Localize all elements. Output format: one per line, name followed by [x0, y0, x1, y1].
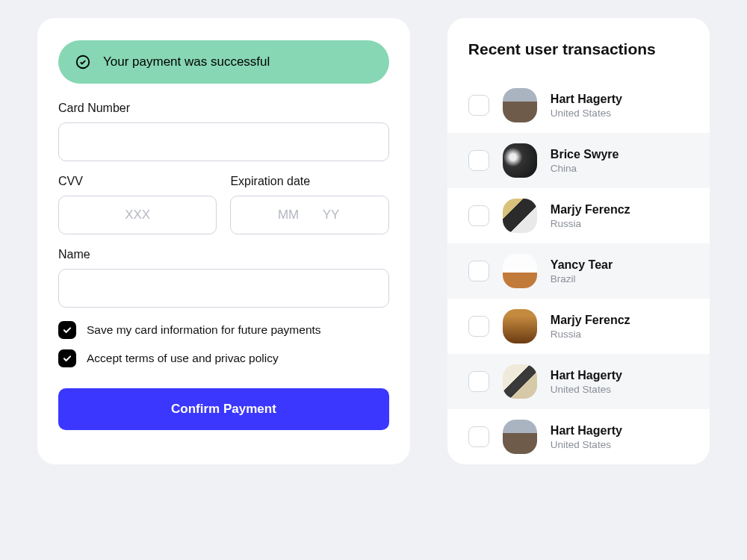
transaction-info: Marjy Ferencz Russia — [551, 314, 630, 340]
expiration-mm-input[interactable] — [272, 208, 306, 223]
transaction-checkbox[interactable] — [468, 371, 489, 392]
transaction-name: Hart Hagerty — [551, 424, 622, 438]
avatar — [503, 88, 537, 122]
card-number-label: Card Number — [58, 102, 389, 115]
transaction-name: Hart Hagerty — [551, 93, 622, 106]
name-group: Name — [58, 248, 389, 308]
avatar — [503, 309, 537, 343]
svg-point-0 — [77, 56, 90, 69]
transaction-country: United States — [551, 384, 622, 395]
transaction-checkbox[interactable] — [468, 95, 489, 116]
transaction-country: Russia — [551, 329, 630, 340]
success-alert: Your payment was successful — [58, 40, 389, 84]
check-icon — [62, 325, 72, 335]
transaction-info: Brice Swyre China — [551, 148, 619, 174]
transaction-checkbox[interactable] — [468, 150, 489, 171]
confirm-payment-button[interactable]: Confirm Payment — [58, 388, 389, 430]
save-info-checkbox[interactable] — [58, 321, 76, 339]
card-number-input[interactable] — [58, 122, 389, 161]
cvv-input[interactable] — [58, 196, 217, 234]
transaction-info: Marjy Ferencz Russia — [551, 203, 630, 229]
transaction-info: Hart Hagerty United States — [551, 369, 622, 395]
transaction-row: Hart Hagerty United States — [447, 78, 710, 133]
transaction-checkbox[interactable] — [468, 205, 489, 226]
transactions-card: Recent user transactions Hart Hagerty Un… — [447, 18, 710, 464]
expiration-group: Expiration date — [230, 175, 388, 234]
expiration-input-wrap — [230, 196, 388, 234]
transaction-name: Marjy Ferencz — [551, 203, 630, 217]
transaction-country: United States — [551, 108, 622, 119]
transaction-info: Hart Hagerty United States — [551, 93, 622, 119]
avatar — [503, 364, 537, 399]
success-alert-text: Your payment was successful — [103, 55, 270, 69]
terms-checkbox[interactable] — [58, 349, 76, 367]
transaction-row: Marjy Ferencz Russia — [447, 299, 710, 354]
name-label: Name — [58, 248, 389, 261]
transaction-checkbox[interactable] — [468, 316, 489, 337]
avatar — [503, 254, 537, 288]
check-icon — [62, 353, 72, 364]
transaction-country: Brazil — [551, 273, 613, 284]
check-circle-icon — [75, 54, 91, 70]
transaction-name: Brice Swyre — [551, 148, 619, 161]
avatar — [503, 420, 537, 454]
transaction-checkbox[interactable] — [468, 261, 489, 281]
expiration-label: Expiration date — [230, 175, 388, 188]
payment-form-card: Your payment was successful Card Number … — [37, 18, 410, 464]
save-info-row[interactable]: Save my card information for future paym… — [58, 321, 389, 339]
transaction-name: Yancy Tear — [551, 258, 613, 272]
transactions-title: Recent user transactions — [468, 40, 689, 58]
transaction-country: Russia — [551, 218, 630, 229]
terms-label: Accept terms of use and privac policy — [87, 352, 279, 365]
save-info-label: Save my card information for future paym… — [87, 323, 321, 337]
transaction-country: United States — [551, 439, 622, 450]
transaction-info: Yancy Tear Brazil — [551, 258, 613, 284]
transaction-row: Brice Swyre China — [447, 133, 710, 188]
avatar — [503, 199, 537, 233]
avatar — [503, 143, 537, 178]
transaction-name: Marjy Ferencz — [551, 314, 630, 327]
cvv-group: CVV — [58, 175, 217, 234]
transaction-row: Hart Hagerty United States — [447, 354, 710, 409]
name-input[interactable] — [58, 269, 389, 308]
transaction-checkbox[interactable] — [468, 426, 489, 447]
transaction-country: China — [551, 163, 619, 174]
transaction-row: Yancy Tear Brazil — [447, 243, 710, 299]
card-number-group: Card Number — [58, 102, 389, 161]
transaction-row: Marjy Ferencz Russia — [447, 188, 710, 243]
transaction-info: Hart Hagerty United States — [551, 424, 622, 450]
transaction-name: Hart Hagerty — [551, 369, 622, 382]
expiration-yy-input[interactable] — [314, 208, 348, 223]
transaction-row: Hart Hagerty United States — [447, 409, 710, 464]
terms-row[interactable]: Accept terms of use and privac policy — [58, 349, 389, 367]
cvv-label: CVV — [58, 175, 217, 188]
